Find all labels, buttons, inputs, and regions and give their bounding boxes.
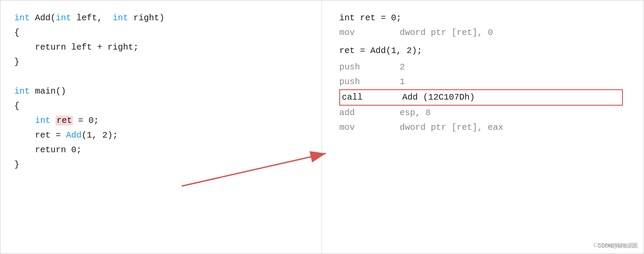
code-line-int-ret: int ret = 0; [14, 113, 308, 128]
asm-instr-mov1: mov [339, 25, 382, 40]
asm-op-mov1: dword ptr [ret], 0 [400, 25, 626, 40]
watermark-text: CSDN@诶知识区 [593, 241, 638, 249]
asm-instr-mov2: mov [339, 120, 382, 135]
ret-highlight: ret [56, 116, 73, 125]
code-line-close-brace-1: } [14, 55, 308, 69]
asm-source-ret-text: int ret = 0; [339, 11, 401, 25]
asm-line-push-2: push 2 [339, 60, 626, 75]
asm-op-push1: 1 [400, 75, 626, 89]
asm-instr-push1: push [339, 75, 382, 89]
asm-line-mov-ret-0: mov dword ptr [ret], 0 [339, 25, 626, 40]
asm-instr-call: call [342, 90, 385, 105]
code-line-blank-1 [14, 69, 308, 84]
asm-op-push2: 2 [400, 60, 626, 75]
asm-source-ret: int ret = 0; [339, 11, 626, 25]
keyword-int-1: int [14, 13, 30, 23]
asm-op-add: esp, 8 [400, 106, 626, 120]
code-line-close-brace-2: } [14, 157, 308, 172]
main-container: int Add(int left, int right) { return le… [0, 0, 644, 254]
right-panel: int ret = 0; mov dword ptr [ret], 0 ret … [322, 0, 644, 254]
asm-line-call-add: call Add (12C107Dh) [339, 89, 623, 106]
code-line-return-0: return 0; [14, 143, 308, 157]
asm-line-mov-ret-eax: mov dword ptr [ret], eax [339, 120, 626, 135]
code-line-main-signature: int main() [14, 84, 308, 99]
asm-op-call: Add (12C107Dh) [402, 90, 620, 105]
asm-source-add-text: ret = Add(1, 2); [339, 44, 422, 58]
code-line-open-brace-1: { [14, 25, 308, 40]
asm-instr-add: add [339, 106, 382, 120]
asm-spacer-1 [339, 40, 626, 44]
asm-line-push-1: push 1 [339, 75, 626, 89]
add-highlight: Add [66, 130, 82, 140]
keyword-int-2: int [56, 13, 71, 23]
keyword-int-5: int [35, 116, 51, 125]
code-line-open-brace-2: { [14, 99, 308, 113]
asm-line-add-esp: add esp, 8 [339, 106, 626, 120]
asm-op-mov2: dword ptr [ret], eax [400, 120, 626, 135]
keyword-int-3: int [113, 13, 128, 23]
left-panel: int Add(int left, int right) { return le… [0, 0, 322, 254]
keyword-int-4: int [14, 86, 30, 96]
asm-source-add: ret = Add(1, 2); [339, 44, 626, 58]
code-line-add-signature: int Add(int left, int right) [14, 11, 308, 25]
code-line-return-left: return left + right; [14, 40, 308, 55]
asm-instr-push2: push [339, 60, 382, 75]
code-line-ret-add: ret = Add(1, 2); [14, 128, 308, 143]
